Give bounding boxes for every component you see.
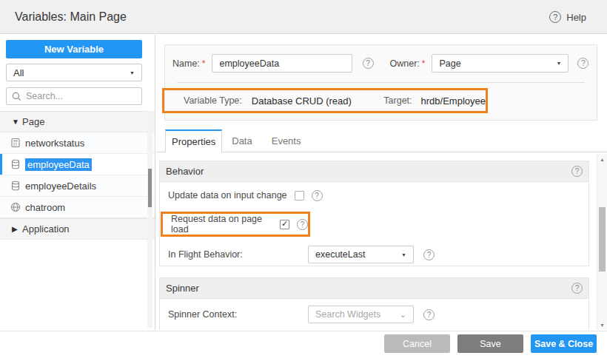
request-on-load-checkbox[interactable] (280, 220, 289, 229)
caret-down-icon: ▼ (12, 118, 22, 126)
owner-label: Owner: (390, 58, 420, 69)
tab-data[interactable]: Data (222, 129, 261, 152)
new-variable-button[interactable]: New Variable (6, 40, 142, 58)
required-asterisk: * (422, 58, 426, 69)
save-button[interactable]: Save (457, 334, 523, 353)
name-label: Name: (172, 58, 200, 69)
scroll-up-arrow-icon[interactable]: ▲ (597, 155, 607, 164)
properties-content: Behavior ? Update data on input change ?… (156, 152, 607, 330)
chevron-down-icon: ▼ (557, 61, 562, 66)
in-flight-label: In Flight Behavior: (168, 249, 308, 260)
tree-group-page[interactable]: ▼ Page (0, 111, 155, 132)
name-help-icon[interactable]: ? (363, 58, 374, 69)
tab-properties[interactable]: Properties (165, 129, 222, 152)
variable-summary-box: Name: * ? Owner: * Page ▼ ? Variable Typ… (164, 44, 597, 121)
search-box (6, 87, 142, 105)
tree-group-application[interactable]: ▶ Application (0, 218, 155, 240)
tree-item-employeedata[interactable]: employeeData (0, 154, 155, 175)
variables-tree: ▼ Page networkstatus employeeData emplo (0, 111, 155, 240)
variable-type-label: Variable Type: (184, 95, 242, 106)
variable-detail-panel: Name: * ? Owner: * Page ▼ ? Variable Typ… (156, 35, 607, 330)
target-label: Target: (383, 95, 412, 106)
cancel-button[interactable]: Cancel (384, 334, 450, 353)
spinner-section-title: Spinner (166, 283, 199, 294)
chevron-down-icon: ⌄ (400, 311, 406, 317)
search-input[interactable] (26, 91, 130, 101)
owner-help-icon[interactable]: ? (577, 58, 588, 69)
sidebar-scrollbar-track[interactable] (147, 111, 152, 328)
variables-dialog: Variables: Main Page ? Help New Variable… (0, 0, 607, 364)
request-on-load-label: Request data on page load (171, 214, 272, 235)
behavior-section: Behavior ? Update data on input change ?… (159, 161, 589, 266)
tree-item-networkstatus[interactable]: networkstatus (0, 132, 155, 154)
filter-selected-value: All (13, 67, 24, 78)
search-icon (12, 92, 21, 101)
tab-events[interactable]: Events (262, 129, 311, 152)
spinner-context-select[interactable]: Search Widgets ⌄ (308, 306, 414, 323)
owner-selected-value: Page (439, 58, 460, 69)
behavior-help-icon[interactable]: ? (571, 166, 583, 177)
spinner-help-icon[interactable]: ? (571, 283, 583, 294)
page-title: Variables: Main Page (15, 10, 127, 24)
caret-right-icon: ▶ (12, 225, 22, 233)
sidebar-scrollbar-thumb[interactable] (148, 169, 152, 207)
device-icon (10, 138, 21, 148)
request-on-load-highlight-box: Request data on page load ? (161, 212, 310, 237)
dialog-header: Variables: Main Page ? Help (0, 0, 607, 34)
database-icon (10, 181, 21, 191)
chevron-down-icon: ▼ (401, 252, 406, 257)
name-field[interactable] (212, 54, 352, 73)
request-on-load-help-icon[interactable]: ? (297, 219, 308, 230)
required-asterisk: * (202, 58, 206, 69)
save-close-button[interactable]: Save & Close (531, 334, 597, 353)
spinner-context-help-icon[interactable]: ? (423, 309, 435, 320)
in-flight-help-icon[interactable]: ? (423, 249, 435, 260)
behavior-section-title: Behavior (166, 166, 204, 177)
dialog-footer: Cancel Save Save & Close (0, 331, 607, 364)
variable-filter-select[interactable]: All ▼ (6, 64, 142, 81)
update-on-input-help-icon[interactable]: ? (312, 190, 323, 201)
in-flight-select[interactable]: executeLast ▼ (308, 246, 414, 263)
tree-item-employeedetails[interactable]: employeeDetails (0, 175, 155, 197)
update-on-input-label: Update data on input change (168, 190, 287, 200)
summary-divider (177, 82, 585, 83)
in-flight-selected-value: executeLast (315, 249, 365, 260)
scroll-down-arrow-icon[interactable]: ▼ (597, 320, 607, 329)
detail-tabbar: Properties Data Events (156, 129, 607, 152)
variable-type-value: Database CRUD (read) (252, 95, 352, 107)
database-icon (10, 159, 21, 169)
content-scrollbar[interactable]: ▲ ▼ (597, 154, 607, 330)
help-label: Help (566, 12, 586, 23)
help-button[interactable]: ? Help (549, 0, 586, 34)
spinner-context-label: Spinner Context: (168, 309, 308, 320)
tree-item-chatroom[interactable]: chatroom (0, 197, 155, 218)
target-value: hrdb/Employee (421, 95, 486, 107)
help-question-icon: ? (549, 11, 561, 23)
globe-icon (10, 202, 21, 212)
chevron-down-icon: ▼ (130, 70, 135, 75)
update-on-input-checkbox[interactable] (295, 191, 304, 200)
scrollbar-thumb[interactable] (599, 207, 606, 272)
variables-sidebar: New Variable All ▼ ▼ Page networkstatus (0, 35, 155, 330)
owner-select[interactable]: Page ▼ (432, 54, 569, 73)
spinner-context-placeholder: Search Widgets (315, 309, 380, 320)
variable-type-highlight-box: Variable Type: Database CRUD (read) Targ… (162, 88, 488, 113)
spinner-section: Spinner ? Spinner Context: Search Widget… (159, 277, 589, 330)
